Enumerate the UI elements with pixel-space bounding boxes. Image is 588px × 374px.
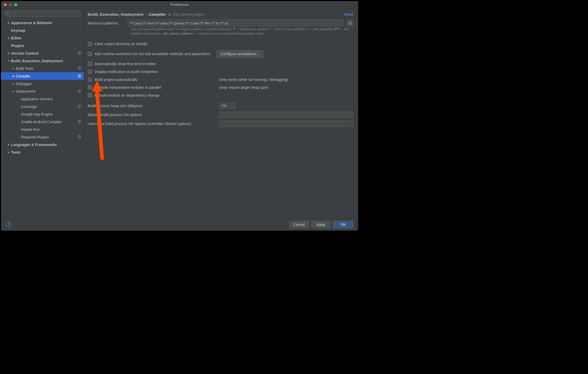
rebuild-dep-checkbox[interactable]	[88, 93, 92, 97]
sidebar-item-label: Editor	[11, 36, 22, 40]
auto-show-error-row: Automatically show first error in editor	[88, 60, 353, 68]
sidebar-item-keymap[interactable]: Keymap	[1, 27, 84, 34]
user-vm-input[interactable]	[219, 121, 353, 127]
sidebar-item-required-plugins[interactable]: Required Plugins	[1, 133, 84, 141]
display-notif-checkbox[interactable]	[88, 70, 92, 74]
sidebar-item-label: Version Control	[11, 51, 38, 55]
compile-parallel-checkbox[interactable]	[88, 85, 92, 90]
scope-label: For current project	[174, 12, 204, 17]
build-auto-row: Build project automatically (only works …	[88, 76, 353, 84]
chevron-right-icon: ▶	[7, 52, 11, 55]
sidebar-item-label: Deployment	[16, 89, 35, 94]
rebuild-dep-row: Rebuild module on dependency change	[88, 91, 353, 99]
sidebar-item-version-control[interactable]: ▶Version Control	[1, 49, 84, 57]
sidebar-item-label: Plugins	[11, 44, 24, 48]
history-button[interactable]	[347, 20, 353, 27]
display-notif-label: Display notification on build completion	[95, 70, 158, 74]
sidebar-item-label: Languages & Frameworks	[11, 143, 57, 147]
sidebar-item-editor[interactable]: ▶Editor	[1, 34, 84, 42]
resource-patterns-row: Resource patterns:	[88, 20, 353, 27]
project-scope-icon	[78, 74, 81, 78]
body: ▶Appearance & BehaviorKeymap▶EditorPlugi…	[1, 8, 358, 218]
settings-tree: ▶Appearance & BehaviorKeymap▶EditorPlugi…	[1, 18, 84, 156]
sidebar-item-label: Coverage	[21, 105, 37, 109]
compile-parallel-note: (may require larger heap size)	[219, 85, 268, 90]
configure-annotations-button[interactable]: Configure annotations...	[216, 50, 264, 58]
resource-patterns-input[interactable]	[128, 20, 343, 27]
sidebar: ▶Appearance & BehaviorKeymap▶EditorPlugi…	[1, 8, 84, 218]
chevron-right-icon: ▶	[12, 67, 16, 70]
sidebar-item-label: Debugger	[16, 82, 32, 86]
sidebar-item-label: Build, Execution, Deployment	[11, 59, 63, 63]
project-scope-icon	[78, 51, 81, 55]
breadcrumb: Build, Execution, Deployment › Compiler …	[88, 12, 353, 17]
clear-output-label: Clear output directory on rebuild	[95, 42, 147, 46]
history-icon	[348, 21, 352, 25]
auto-show-error-checkbox[interactable]	[88, 62, 92, 66]
sidebar-item-label: Build Tools	[16, 66, 33, 71]
window-title: Preferences	[1, 3, 358, 7]
chevron-right-icon: ▶	[7, 151, 11, 154]
sidebar-item-plugins[interactable]: Plugins	[1, 42, 84, 49]
chevron-right-icon: ▶	[12, 90, 16, 93]
footer: ? Cancel Apply OK	[1, 218, 358, 231]
project-scope-icon	[168, 13, 172, 16]
sidebar-item-label: Google App Engine	[21, 112, 53, 116]
resource-patterns-hint: Use ; to separate patterns and ! to nega…	[88, 27, 353, 36]
add-runtime-checkbox[interactable]	[88, 52, 92, 56]
compile-parallel-row: Compile independent modules in parallel …	[88, 84, 353, 91]
sidebar-item-application-servers[interactable]: Application Servers	[1, 95, 84, 103]
resource-patterns-label: Resource patterns:	[88, 21, 125, 25]
clear-output-checkbox[interactable]	[88, 42, 92, 46]
sidebar-item-coverage[interactable]: Coverage	[1, 103, 84, 110]
sidebar-item-label: Compiler	[16, 74, 30, 78]
cancel-button[interactable]: Cancel	[289, 221, 309, 228]
compile-parallel-label: Compile independent modules in parallel	[95, 85, 161, 90]
build-auto-label: Build project automatically	[95, 77, 137, 82]
sidebar-item-label: Appearance & Behavior	[11, 21, 53, 25]
sidebar-item-build-execution-deployment[interactable]: ▼Build, Execution, Deployment	[1, 57, 84, 65]
sidebar-item-label: Application Servers	[21, 97, 53, 101]
rebuild-dep-label: Rebuild module on dependency change	[95, 93, 159, 97]
sidebar-item-gradle-android-compiler[interactable]: Gradle-Android Compiler	[1, 118, 84, 126]
project-scope-icon	[78, 135, 81, 139]
add-runtime-row: Add runtime assertions for not-null-anno…	[88, 50, 353, 58]
build-auto-note: (only works while not running / debuggin…	[219, 77, 288, 82]
svg-point-0	[6, 12, 8, 14]
display-notif-row: Display notification on build completion	[88, 68, 353, 76]
chevron-right-icon: ▶	[7, 37, 11, 39]
sidebar-item-instant-run[interactable]: Instant Run	[1, 126, 84, 133]
sidebar-item-languages-frameworks[interactable]: ▶Languages & Frameworks	[1, 141, 84, 148]
chevron-right-icon: ▶	[12, 75, 16, 77]
breadcrumb-parent[interactable]: Build, Execution, Deployment	[88, 12, 143, 17]
svg-line-1	[8, 14, 9, 15]
sidebar-item-google-app-engine[interactable]: Google App Engine	[1, 110, 84, 118]
breadcrumb-sep: ›	[146, 12, 147, 16]
sidebar-item-label: Required Plugins	[21, 135, 49, 139]
breadcrumb-current: Compiler	[149, 12, 166, 17]
heap-size-label: Build process heap size (Mbytes):	[88, 104, 216, 108]
project-scope-icon	[78, 120, 81, 124]
build-auto-checkbox[interactable]	[88, 77, 92, 82]
user-vm-row: User-local build process VM options (ove…	[88, 119, 353, 128]
preferences-window: Preferences ▶Appearance & BehaviorKeymap…	[1, 1, 358, 231]
sidebar-item-deployment[interactable]: ▶Deployment	[1, 87, 84, 95]
sidebar-item-compiler[interactable]: ▶Compiler	[1, 72, 84, 80]
sidebar-item-tools[interactable]: ▶Tools	[1, 148, 84, 156]
chevron-right-icon: ▶	[7, 143, 11, 146]
sidebar-item-build-tools[interactable]: ▶Build Tools	[1, 65, 84, 72]
sidebar-item-appearance-behavior[interactable]: ▶Appearance & Behavior	[1, 19, 84, 27]
svg-rect-18	[169, 14, 171, 15]
sidebar-item-label: Keymap	[11, 28, 25, 33]
chevron-down-icon: ▼	[7, 59, 11, 62]
ok-button[interactable]: OK	[333, 221, 353, 228]
svg-rect-17	[169, 14, 170, 14]
shared-vm-input[interactable]	[219, 112, 353, 118]
sidebar-item-debugger[interactable]: ▶Debugger	[1, 80, 84, 87]
reset-link[interactable]: Reset	[344, 12, 353, 17]
heap-size-input[interactable]	[219, 103, 235, 109]
search-input[interactable]	[4, 11, 81, 17]
auto-show-error-label: Automatically show first error in editor	[95, 62, 156, 66]
help-button[interactable]: ?	[6, 222, 12, 227]
apply-button[interactable]: Apply	[311, 221, 330, 228]
